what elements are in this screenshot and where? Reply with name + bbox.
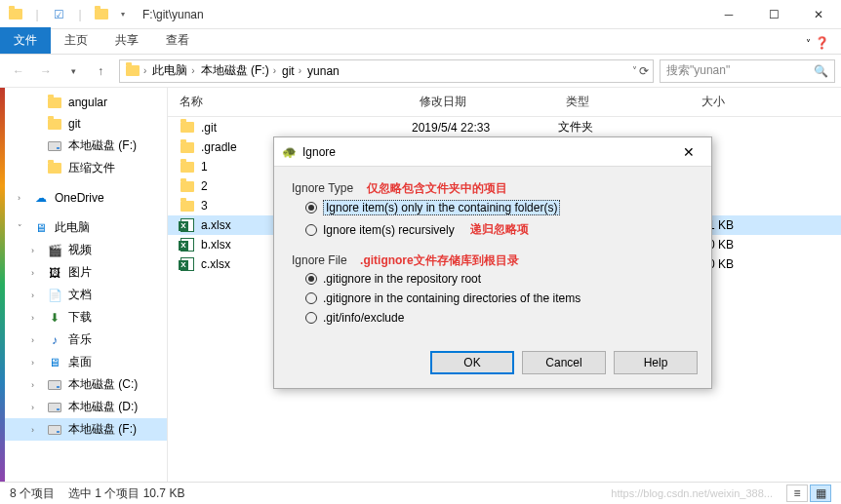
file-row[interactable]: .git2019/5/4 22:33文件夹 — [168, 117, 841, 137]
titlebar: | ☑ | ▾ F:\git\yunan ─ ☐ ✕ — [0, 0, 841, 29]
maximize-button[interactable]: ☐ — [751, 0, 796, 29]
crumb-drive[interactable]: 本地磁盘 (F:) — [201, 62, 269, 79]
annotation-2: 递归忽略项 — [470, 221, 529, 238]
forward-button[interactable]: → — [33, 58, 59, 84]
tree-pictures[interactable]: ›🖼图片 — [0, 261, 167, 284]
search-input[interactable]: 搜索"yunan" 🔍 — [660, 59, 835, 83]
crumb-yunan[interactable]: yunan — [307, 64, 340, 78]
tortoise-icon: 🐢 — [282, 145, 297, 159]
back-button[interactable]: ← — [6, 58, 31, 84]
qat-check-icon[interactable]: ☑ — [51, 7, 66, 22]
ignore-dialog: 🐢 Ignore ✕ Ignore Type 仅忽略包含文件夹中的项目 Igno… — [273, 136, 712, 389]
tab-view[interactable]: 查看 — [152, 27, 203, 54]
folder-icon — [126, 65, 140, 76]
excel-icon — [180, 257, 194, 271]
statusbar: 8 个项目 选中 1 个项目 10.7 KB https://blog.csdn… — [0, 482, 841, 504]
radio-icon — [305, 312, 317, 324]
tab-share[interactable]: 共享 — [101, 27, 152, 54]
radio-icon — [305, 224, 317, 236]
excel-icon — [180, 218, 194, 232]
ok-button[interactable]: OK — [430, 351, 514, 374]
tree-this-pc[interactable]: ˅🖥此电脑 — [0, 216, 167, 239]
excel-icon — [180, 238, 194, 252]
address-dropdown-icon[interactable]: ˅ — [632, 65, 637, 76]
tree-onedrive[interactable]: ›☁OneDrive — [0, 187, 167, 209]
col-size[interactable]: 大小 — [656, 92, 734, 112]
column-headers: 名称 修改日期 类型 大小 — [168, 88, 841, 117]
up-button[interactable]: ↑ — [88, 58, 113, 84]
status-count: 8 个项目 — [10, 485, 55, 502]
window-title: F:\git\yunan — [142, 8, 204, 21]
dialog-close-button[interactable]: ✕ — [674, 144, 703, 160]
nav-tree: angular git 本地磁盘 (F:) 压缩文件 ›☁OneDrive ˅🖥… — [0, 88, 168, 482]
dialog-title: Ignore — [302, 145, 336, 159]
ribbon-expand-button[interactable]: ˅❓ — [794, 32, 841, 54]
tree-drive-f[interactable]: 本地磁盘 (F:) — [0, 135, 167, 157]
folder-app-icon — [8, 7, 23, 22]
annotation-1: 仅忽略包含文件夹中的项目 — [367, 181, 507, 195]
address-bar[interactable]: › 此电脑› 本地磁盘 (F:)› git› yunan ˅⟳ — [119, 59, 654, 83]
radio-icon — [305, 292, 317, 304]
annotation-3: .gitignore文件存储库到根目录 — [360, 253, 519, 267]
qat-folder-icon[interactable] — [94, 7, 109, 22]
navbar: ← → ▾ ↑ › 此电脑› 本地磁盘 (F:)› git› yunan ˅⟳ … — [0, 55, 841, 88]
tree-documents[interactable]: ›📄文档 — [0, 284, 167, 306]
qat-divider: | — [29, 7, 45, 22]
cancel-button[interactable]: Cancel — [522, 351, 606, 374]
col-type[interactable]: 类型 — [558, 92, 656, 112]
recent-dropdown[interactable]: ▾ — [60, 58, 86, 84]
close-button[interactable]: ✕ — [796, 0, 841, 29]
status-selected: 选中 1 个项目 10.7 KB — [68, 485, 184, 502]
radio-dirs[interactable]: .gitignore in the containing directories… — [292, 289, 694, 308]
ribbon: 文件 主页 共享 查看 ˅❓ — [0, 29, 841, 55]
radio-exclude[interactable]: .git/info/exclude — [292, 308, 694, 328]
crumb-this-pc[interactable]: 此电脑 — [152, 62, 187, 79]
tree-drive-d[interactable]: ›本地磁盘 (D:) — [0, 396, 167, 418]
minimize-button[interactable]: ─ — [706, 0, 751, 29]
col-date[interactable]: 修改日期 — [412, 92, 558, 112]
tree-git[interactable]: git — [0, 113, 167, 135]
col-name[interactable]: 名称 — [168, 92, 412, 112]
search-icon[interactable]: 🔍 — [814, 64, 828, 78]
help-button[interactable]: Help — [614, 351, 698, 374]
refresh-icon[interactable]: ⟳ — [639, 64, 649, 78]
radio-root[interactable]: .gitignore in the repository root — [292, 269, 694, 289]
crumb-git[interactable]: git — [282, 64, 295, 78]
qat-dropdown-icon[interactable]: ▾ — [115, 7, 131, 22]
tab-file[interactable]: 文件 — [0, 27, 51, 54]
radio-icon — [305, 202, 317, 213]
radio-recursive[interactable]: Ignore item(s) recursively 递归忽略项 — [292, 218, 694, 241]
tree-drive-c[interactable]: ›本地磁盘 (C:) — [0, 373, 167, 396]
radio-containing[interactable]: Ignore item(s) only in the containing fo… — [292, 197, 694, 218]
watermark: https://blog.csdn.net/weixin_388... — [611, 487, 773, 499]
tree-angular[interactable]: angular — [0, 92, 167, 113]
view-icons-button[interactable]: ▦ — [810, 485, 831, 502]
ignore-file-label: Ignore File — [292, 253, 347, 267]
radio-icon — [305, 273, 317, 285]
tree-music[interactable]: ›♪音乐 — [0, 329, 167, 351]
tree-downloads[interactable]: ›⬇下载 — [0, 306, 167, 329]
ignore-type-label: Ignore Type — [292, 181, 353, 195]
tree-desktop[interactable]: ›🖥桌面 — [0, 351, 167, 373]
tree-videos[interactable]: ›🎬视频 — [0, 239, 167, 261]
tab-home[interactable]: 主页 — [51, 27, 101, 54]
tree-compressed[interactable]: 压缩文件 — [0, 157, 167, 179]
search-placeholder: 搜索"yunan" — [666, 62, 730, 79]
view-details-button[interactable]: ≡ — [786, 485, 808, 502]
qat-divider: | — [72, 7, 88, 22]
tree-drive-f-selected[interactable]: ›本地磁盘 (F:) — [0, 418, 167, 441]
